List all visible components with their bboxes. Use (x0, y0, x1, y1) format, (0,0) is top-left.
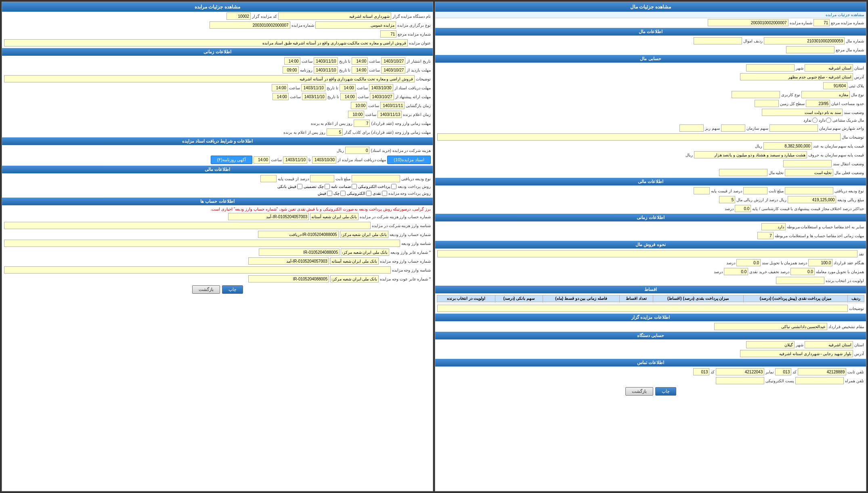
tahvil-input[interactable] (736, 259, 761, 266)
naghd-input[interactable] (437, 250, 858, 257)
acc1-num[interactable] (228, 213, 309, 220)
title-input[interactable] (4, 39, 408, 46)
darsad2-input[interactable] (719, 196, 735, 203)
acc4b-val[interactable] (4, 266, 391, 274)
enteshar-to-time[interactable] (284, 57, 300, 65)
darsad-input[interactable] (694, 187, 710, 194)
mohlat-asnad-to[interactable] (283, 156, 307, 164)
address2-input[interactable] (740, 350, 853, 357)
enteshar-from-input[interactable] (381, 57, 405, 65)
takhlie2-input[interactable] (719, 169, 767, 176)
name-input[interactable] (278, 13, 391, 20)
tahvil2-input[interactable] (790, 268, 815, 275)
pay2-electronic-checkbox[interactable] (366, 191, 371, 196)
sanad-input[interactable] (762, 109, 843, 116)
sanad-transfer-input[interactable] (783, 160, 832, 167)
right-darsad-input[interactable] (260, 175, 277, 182)
province2-input[interactable] (805, 341, 853, 348)
mal-revenue-input[interactable] (694, 37, 742, 44)
email-input[interactable] (716, 377, 764, 384)
takhfif-input[interactable] (724, 268, 748, 275)
bazgoshai-date-input[interactable] (380, 102, 405, 109)
mohlat-asnad-from[interactable] (312, 156, 336, 164)
mohlat-to-input[interactable] (314, 66, 338, 74)
mohlat-input[interactable] (757, 232, 774, 239)
acc1b-val[interactable] (4, 222, 371, 229)
usertype-input[interactable] (732, 91, 780, 98)
number-input[interactable] (210, 21, 290, 29)
right-mablagh-input[interactable] (310, 175, 334, 182)
mobile-input[interactable] (795, 377, 844, 384)
mal-number-input[interactable] (764, 37, 845, 44)
province-input[interactable] (805, 64, 853, 72)
acc3-bank[interactable] (341, 249, 389, 256)
sahm-sazman2-input[interactable] (721, 124, 745, 132)
auction-number-input[interactable] (708, 19, 788, 26)
acc1-bank[interactable] (310, 213, 359, 220)
pay2-fish-checkbox[interactable] (327, 191, 332, 196)
address-input[interactable] (740, 73, 853, 80)
acc5-num[interactable] (248, 275, 329, 282)
bazgoshai-time-input[interactable] (351, 102, 367, 109)
mohlat2-to-input[interactable] (301, 84, 325, 91)
plak-input[interactable] (823, 82, 847, 89)
mohlat3-to-time[interactable] (273, 93, 289, 100)
right-print-button[interactable]: چاپ (222, 285, 243, 294)
area-aian-input[interactable] (806, 100, 830, 107)
ref-number-input[interactable] (813, 19, 830, 26)
avaloiat-input[interactable] (776, 277, 824, 284)
city-input[interactable] (746, 64, 795, 72)
fax-code-input[interactable] (693, 368, 709, 375)
fax-input[interactable] (716, 368, 764, 375)
payment-electronic-checkbox[interactable] (391, 184, 396, 189)
price-text-input[interactable] (694, 151, 807, 158)
enteshar-to-input[interactable] (314, 57, 338, 65)
left-back-button[interactable]: بازگشت (625, 387, 653, 396)
brande-date-input[interactable] (377, 111, 402, 118)
right-back-button[interactable]: بازگشت (192, 285, 220, 294)
acc2b-val[interactable] (4, 240, 400, 247)
hesab-input[interactable] (761, 223, 786, 230)
pay2-naghd-checkbox[interactable] (382, 191, 387, 196)
mohlat2-from-input[interactable] (369, 84, 393, 91)
desc-input[interactable] (437, 133, 841, 141)
acc2-bank[interactable] (340, 231, 388, 238)
mohlat-from-input[interactable] (381, 66, 405, 74)
mohlat3-to-input[interactable] (302, 93, 326, 100)
city2-input[interactable] (746, 341, 795, 348)
moqam-input[interactable] (714, 323, 827, 330)
tel-code-input[interactable] (775, 368, 791, 375)
type-input[interactable] (315, 21, 396, 29)
hariene-input[interactable] (345, 147, 369, 154)
hedad-input[interactable] (735, 205, 751, 212)
mohlat2-to-time[interactable] (272, 84, 288, 91)
payment-fish-checkbox[interactable] (297, 184, 302, 189)
mohlat2-from-time[interactable] (340, 84, 356, 91)
vadie-type-input[interactable] (785, 187, 833, 194)
acc4-bank[interactable] (330, 257, 379, 265)
payment-zamanat-checkbox[interactable] (352, 184, 357, 189)
sharik-darad-radio[interactable] (826, 118, 831, 123)
sahm-riz-input[interactable] (679, 124, 704, 132)
ref-input[interactable] (380, 30, 396, 38)
acc4-num[interactable] (248, 257, 329, 265)
mohlat-to-time[interactable] (283, 66, 299, 74)
acc2-num[interactable] (258, 231, 339, 238)
enteshar-from-time[interactable] (352, 57, 368, 65)
mablagh-input[interactable] (743, 187, 767, 194)
mohlat-asnad-time[interactable] (254, 156, 270, 164)
akhi-button[interactable]: آکهی روزنامه(۴) (211, 156, 252, 164)
code-input[interactable] (226, 13, 251, 20)
notes-input[interactable] (437, 305, 848, 312)
mal-ref-input[interactable] (786, 46, 834, 53)
mohlat3-from-time[interactable] (340, 93, 356, 100)
mohlat-vadie-input[interactable] (327, 129, 343, 136)
takhlie-input[interactable] (785, 169, 833, 176)
sharik-nadarad-radio[interactable] (812, 118, 818, 123)
maltype-input[interactable] (801, 91, 850, 98)
sahm-sazman-input[interactable] (769, 124, 818, 132)
acc5-bank[interactable] (330, 275, 379, 282)
left-print-button[interactable]: چاپ (655, 387, 676, 396)
desc-zamani-input[interactable] (4, 75, 415, 82)
riyal-input[interactable] (788, 196, 836, 203)
